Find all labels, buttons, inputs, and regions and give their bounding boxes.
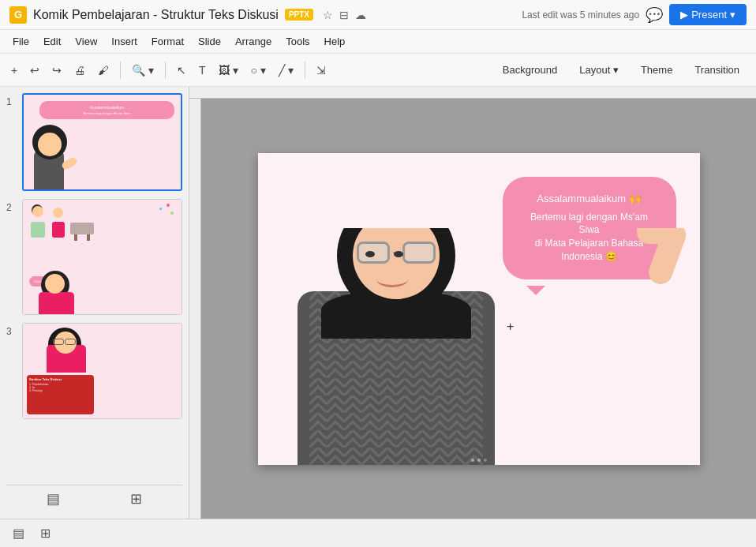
menu-format[interactable]: Format xyxy=(145,32,190,51)
menu-tools[interactable]: Tools xyxy=(279,32,316,51)
slide-thumb-1[interactable]: 1 Assalammualaikum Bertemu lagi dengan M… xyxy=(6,93,182,191)
add-button[interactable]: + xyxy=(6,61,22,80)
slide-thumb-3[interactable]: 3 Struktur Teks Diskusi 1. xyxy=(6,323,182,419)
document-title: Komik Pembelajaran - Struktur Teks Disku… xyxy=(33,8,279,22)
present-icon: ▶ xyxy=(680,9,688,21)
canvas-area: Assalammualaikum 🙌 Bertemu lagi dengan M… xyxy=(189,87,756,519)
bottom-footer: ▤ ⊞ xyxy=(0,519,756,547)
layout-dropdown-icon: ▾ xyxy=(613,64,619,76)
slide1-bubble-text: Assalammualaikum xyxy=(46,105,168,110)
title-icons: ☆ ⊟ ☁ xyxy=(323,9,366,21)
menu-insert[interactable]: Insert xyxy=(105,32,144,51)
strip-view-icon[interactable]: ▤ xyxy=(13,526,24,541)
slide-preview-1[interactable]: Assalammualaikum Bertemu lagi dengan Ms'… xyxy=(22,93,182,191)
comment-icon[interactable]: 💬 xyxy=(646,6,663,24)
last-edit-text: Last edit was 5 minutes ago xyxy=(522,9,639,21)
cursor-button[interactable]: ↖ xyxy=(172,61,191,80)
grid-layout-icon[interactable]: ⊞ xyxy=(40,526,51,541)
header-right: 💬 ▶ Present ▾ xyxy=(646,4,747,25)
slide-panel-bottom: ▤ ⊞ xyxy=(6,485,182,512)
menu-arrange[interactable]: Arrange xyxy=(229,32,278,51)
slide-panel: 1 Assalammualaikum Bertemu lagi dengan M… xyxy=(0,87,189,519)
star-icon[interactable]: ☆ xyxy=(323,9,333,21)
slide-thumb-2[interactable]: 2 xyxy=(6,199,182,315)
menu-help[interactable]: Help xyxy=(318,32,352,51)
slide-number-1: 1 xyxy=(6,93,17,107)
cloud-icon[interactable]: ☁ xyxy=(355,9,366,21)
file-type-badge: PPTX xyxy=(285,9,313,21)
slide-strip-view-icon[interactable]: ▤ xyxy=(47,490,60,508)
present-dropdown-icon[interactable]: ▾ xyxy=(730,9,735,21)
present-button[interactable]: ▶ Present ▾ xyxy=(669,4,747,25)
zoom-button[interactable]: 🔍 ▾ xyxy=(127,61,159,80)
menu-file[interactable]: File xyxy=(6,32,36,51)
separator-1 xyxy=(120,62,121,79)
horizontal-ruler xyxy=(189,87,756,99)
grid-view-icon[interactable]: ⊞ xyxy=(130,490,142,508)
bubble-greeting: Assalammualaikum 🙌 xyxy=(522,193,657,204)
canvas-wrapper: Assalammualaikum 🙌 Bertemu lagi dengan M… xyxy=(189,87,756,519)
redo-button[interactable]: ↪ xyxy=(47,61,66,80)
canvas-main: Assalammualaikum 🙌 Bertemu lagi dengan M… xyxy=(201,99,756,519)
app-logo: G xyxy=(9,6,27,24)
paint-format-button[interactable]: 🖌 xyxy=(93,61,114,80)
layout-button[interactable]: Layout ▾ xyxy=(569,59,629,81)
toolbar: + ↩ ↪ 🖨 🖌 🔍 ▾ ↖ T 🖼 ▾ ○ ▾ ╱ ▾ ⇲ Backgrou… xyxy=(0,54,756,87)
background-button[interactable]: Background xyxy=(492,59,567,81)
separator-2 xyxy=(165,62,166,79)
print-button[interactable]: 🖨 xyxy=(69,61,90,80)
image-button[interactable]: 🖼 ▾ xyxy=(214,61,243,80)
shape-button[interactable]: ○ ▾ xyxy=(246,61,271,80)
undo-button[interactable]: ↩ xyxy=(25,61,44,80)
slide-preview-2[interactable]: Dialog text here... xyxy=(22,199,182,315)
canvas-body: Assalammualaikum 🙌 Bertemu lagi dengan M… xyxy=(189,99,756,519)
transition-button[interactable]: Transition xyxy=(684,59,750,81)
grid-icon[interactable]: ⊟ xyxy=(339,9,349,21)
main-slide[interactable]: Assalammualaikum 🙌 Bertemu lagi dengan M… xyxy=(258,153,700,465)
slide-preview-3[interactable]: Struktur Teks Diskusi 1. Pendahuluan 2. … xyxy=(22,323,182,419)
vertical-ruler xyxy=(189,99,201,519)
slide-number-3: 3 xyxy=(6,323,17,337)
title-bar: G Komik Pembelajaran - Struktur Teks Dis… xyxy=(0,0,756,30)
menu-bar: File Edit View Insert Format Slide Arran… xyxy=(0,30,756,54)
slide-action-buttons: Background Layout ▾ Theme Transition xyxy=(492,59,750,81)
theme-button[interactable]: Theme xyxy=(631,59,683,81)
line-button[interactable]: ╱ ▾ xyxy=(274,61,298,80)
slide-number-2: 2 xyxy=(6,199,17,213)
menu-slide[interactable]: Slide xyxy=(192,32,227,51)
text-button[interactable]: T xyxy=(194,61,211,80)
menu-edit[interactable]: Edit xyxy=(37,32,67,51)
menu-view[interactable]: View xyxy=(69,32,103,51)
main-area: 1 Assalammualaikum Bertemu lagi dengan M… xyxy=(0,87,756,519)
separator-3 xyxy=(305,62,305,79)
comment-button[interactable]: ⇲ xyxy=(312,61,331,80)
